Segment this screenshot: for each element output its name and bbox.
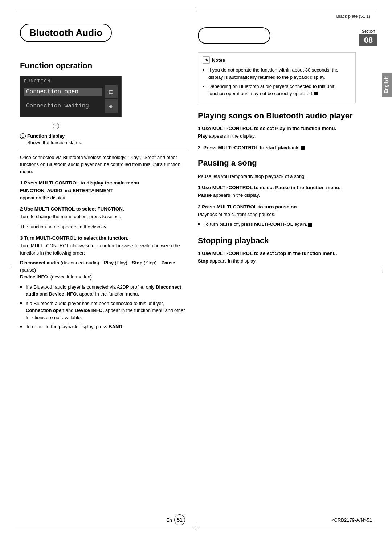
display-row-2: Connection waiting ◈: [24, 99, 118, 113]
pausing-section: Pausing a song Pause lets you temporaril…: [198, 158, 356, 228]
bullet2: If a Bluetooth audio player has not been…: [20, 300, 187, 321]
step3-heading: 3 Turn MULTI-CONTROL to select the funct…: [20, 235, 187, 241]
step3-order: Disconnect audio (disconnect audio)—Play…: [20, 259, 187, 281]
pausing-step2-heading: 2 Press MULTI-CONTROL to turn pause on.: [198, 204, 356, 209]
stop-bold2: Stop: [198, 258, 208, 264]
footer-en-text: En: [166, 517, 172, 523]
pausing-bullet1: To turn pause off, press MULTI-CONTROL a…: [198, 221, 356, 228]
display-title: FUNCTION: [24, 79, 118, 84]
display-row2-text: Connection waiting: [24, 102, 102, 110]
step1-entertainment: ENTERTAINMENT: [73, 188, 113, 193]
notes-label: Notes: [212, 57, 225, 63]
left-column: Bluetooth Audio Function operation FUNCT…: [20, 20, 187, 517]
function-operation-heading: Function operation: [20, 61, 187, 70]
annotation-circle: 1: [20, 133, 26, 139]
step3-para1: Turn MULTI-CONTROL clockwise or counterc…: [20, 242, 187, 256]
right-header-area: [198, 24, 356, 45]
play-bold: Play: [104, 260, 114, 265]
note2: Depending on Bluetooth audio players con…: [203, 83, 351, 97]
black-plate-label: Black plate (51,1): [336, 14, 370, 19]
step1-audio: AUDIO: [47, 188, 62, 193]
step2-line2: The function name appears in the display…: [20, 223, 187, 231]
bullet3: To return to the playback display, press…: [20, 323, 187, 330]
footer-badge: En 51: [166, 514, 185, 525]
section-label: Section: [359, 29, 377, 33]
annotation-desc: Shows the function status.: [27, 139, 187, 146]
language-tab: English: [382, 73, 392, 97]
footer-area: En 51 <CRB2179-A/N>51: [20, 514, 372, 525]
notes-box: ✎ Notes If you do not operate the functi…: [198, 52, 356, 103]
pausing-heading: Pausing a song: [198, 158, 356, 168]
step1-heading: 1 Press MULTI-CONTROL to display the mai…: [20, 180, 187, 186]
play-bold2: Play: [198, 133, 208, 139]
stop-symbol2: [301, 146, 305, 150]
function-operation-section: Function operation FUNCTION Connection o…: [20, 61, 187, 330]
playing-step2-heading: 2 Press MULTI-CONTROL to start playback.: [198, 145, 356, 150]
notes-icon: ✎: [203, 56, 210, 64]
circle-number: 1: [53, 123, 59, 129]
step2-text: Turn to change the menu option; press to…: [20, 213, 187, 220]
stopping-step1-text: Stop appears in the display.: [198, 257, 356, 265]
stopping-section: Stopping playback 1 Use MULTI-CONTROL to…: [198, 236, 356, 265]
stopping-heading: Stopping playback: [198, 236, 356, 245]
function-display: FUNCTION Connection open ▤ Connection wa…: [20, 76, 122, 117]
playing-step1-text: Play appears in the display.: [198, 133, 356, 140]
step2-heading: 2 Use MULTI-CONTROL to select FUNCTION.: [20, 206, 187, 212]
page-title-box: Bluetooth Audio: [20, 24, 112, 42]
display-icon1: ▤: [105, 85, 118, 98]
section-tab: Section 08: [359, 29, 377, 46]
function-annotation: 1Function display Shows the function sta…: [20, 133, 187, 146]
page-border-left: [15, 11, 15, 526]
display-icon2: ◈: [105, 99, 118, 113]
display-row-1: Connection open ▤: [24, 85, 118, 98]
pausing-step1-heading: 1 Use MULTI-CONTROL to select Pause in t…: [198, 185, 356, 190]
note1: If you do not operate the function withi…: [203, 66, 351, 81]
bullet1: If a Bluetooth audio player is connected…: [20, 284, 187, 298]
stop-symbol3: [308, 223, 312, 227]
disconnect-audio-bold: Disconnect audio: [20, 260, 59, 265]
playing-step1-heading: 1 Use MULTI-CONTROL to select Play in th…: [198, 126, 356, 131]
playing-songs-heading: Playing songs on Bluetooth audio player: [198, 111, 356, 121]
page-title: Bluetooth Audio: [29, 27, 102, 38]
main-content: Bluetooth Audio Function operation FUNCT…: [20, 20, 356, 517]
header-right-box: [198, 27, 270, 44]
pause-bold2: Pause: [198, 192, 212, 198]
pause-bold: Pause: [161, 260, 175, 265]
notes-header: ✎ Notes: [203, 56, 351, 64]
pausing-step2-text: Playback of the current song pauses.: [198, 211, 356, 218]
section-number: 08: [359, 34, 377, 46]
pausing-step1-text: Pause appears in the display.: [198, 192, 356, 199]
footer-page-number: 51: [174, 514, 185, 525]
pausing-intro: Pause lets you temporarily stop playback…: [198, 173, 356, 180]
stop-bold: Stop: [132, 260, 143, 265]
stop-symbol: [314, 92, 318, 95]
divider1: [20, 150, 187, 150]
step1-function: FUNCTION: [20, 188, 44, 193]
right-column: ✎ Notes If you do not operate the functi…: [198, 20, 356, 517]
step1-line2: appear on the display.: [20, 195, 66, 200]
footer-code: <CRB2179-A/N>51: [331, 517, 372, 523]
playing-songs-section: Playing songs on Bluetooth audio player …: [198, 111, 356, 150]
stopping-step1-heading: 1 Use MULTI-CONTROL to select Stop in th…: [198, 251, 356, 256]
step1-text: FUNCTION, AUDIO and ENTERTAINMENTappear …: [20, 187, 187, 201]
display-row1-text: Connection open: [24, 88, 102, 96]
intro-para: Once connected via Bluetooth wireless te…: [20, 154, 187, 175]
device-info-bold: Device INFO.: [20, 274, 49, 280]
crosshair-left-center: [7, 265, 15, 272]
annotation-label: Function display: [27, 133, 65, 139]
crosshair-right-center: [377, 265, 385, 272]
